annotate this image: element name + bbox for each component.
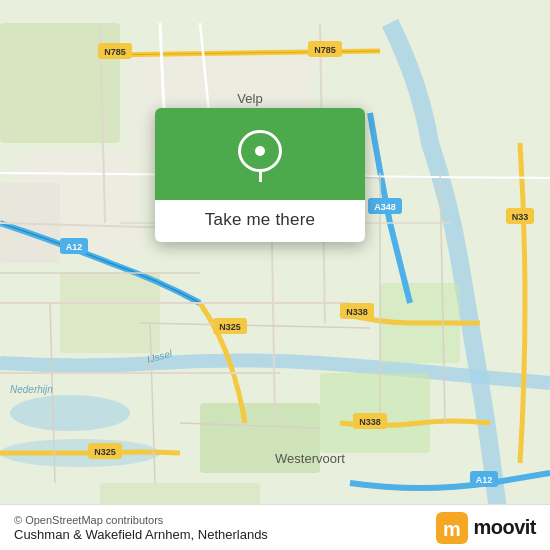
take-me-there-button[interactable]: Take me there: [171, 210, 349, 230]
svg-text:A12: A12: [66, 242, 83, 252]
svg-text:A348: A348: [374, 202, 396, 212]
pin-circle: [238, 130, 282, 172]
svg-text:N338: N338: [346, 307, 368, 317]
map-roads-svg: IJssel Nederhijn N785 N785 A12 A348 N325…: [0, 0, 550, 550]
moovit-brand-text: moovit: [473, 516, 536, 539]
map-attribution: © OpenStreetMap contributors: [14, 514, 268, 526]
map-container: IJssel Nederhijn N785 N785 A12 A348 N325…: [0, 0, 550, 550]
moovit-icon: m: [436, 512, 468, 544]
svg-text:N325: N325: [94, 447, 116, 457]
navigation-popup: Take me there: [155, 108, 365, 242]
location-pin-icon: [238, 130, 282, 182]
attribution-text: © OpenStreetMap contributors: [14, 514, 163, 526]
svg-text:N785: N785: [314, 45, 336, 55]
svg-text:A12: A12: [476, 475, 493, 485]
svg-text:N325: N325: [219, 322, 241, 332]
popup-header: [155, 108, 365, 200]
footer-bar: © OpenStreetMap contributors Cushman & W…: [0, 504, 550, 550]
svg-line-25: [140, 323, 370, 328]
svg-text:Velp: Velp: [237, 91, 262, 106]
popup-body: Take me there: [155, 200, 365, 242]
svg-text:N338: N338: [359, 417, 381, 427]
pin-dot: [255, 146, 265, 156]
svg-rect-5: [60, 273, 160, 353]
svg-text:Nederhijn: Nederhijn: [10, 384, 53, 395]
moovit-logo: m moovit: [436, 512, 536, 544]
svg-text:N33: N33: [512, 212, 529, 222]
location-label: Cushman & Wakefield Arnhem, Netherlands: [14, 527, 268, 542]
svg-text:Westervoort: Westervoort: [275, 451, 345, 466]
svg-text:m: m: [444, 518, 462, 540]
svg-text:N785: N785: [104, 47, 126, 57]
pin-tail: [259, 172, 262, 182]
svg-point-0: [10, 395, 130, 431]
